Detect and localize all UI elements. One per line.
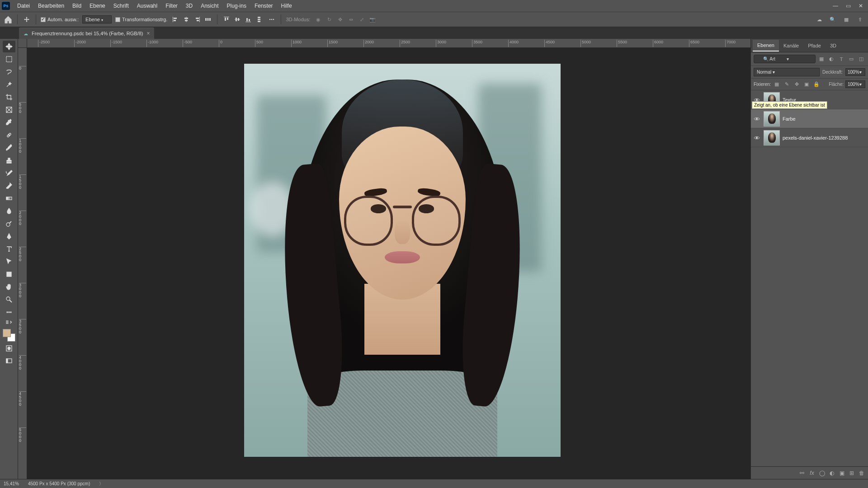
panel-tab-3d[interactable]: 3D: [826, 40, 841, 51]
lock-position-icon[interactable]: ✥: [793, 80, 801, 89]
shape-tool[interactable]: [3, 268, 15, 280]
blur-tool[interactable]: [3, 205, 15, 217]
canvas-area[interactable]: -2500-2000-1500-1000-5000500100015002000…: [18, 39, 750, 479]
arrange-docs-icon[interactable]: ▦: [842, 15, 851, 24]
panel-tab-pfade[interactable]: Pfade: [803, 40, 826, 51]
panel-tab-kanäle[interactable]: Kanäle: [779, 40, 803, 51]
menu-bearbeiten[interactable]: Bearbeiten: [34, 1, 68, 11]
align-right-icon[interactable]: [193, 15, 202, 24]
align-left-icon[interactable]: [171, 15, 180, 24]
zoom-level[interactable]: 15,41%: [4, 481, 19, 486]
share-icon[interactable]: ⇪: [855, 15, 864, 24]
move-tool[interactable]: [3, 41, 15, 52]
eraser-tool[interactable]: [3, 180, 15, 192]
fill-input[interactable]: 100%▾: [845, 80, 865, 88]
auto-select-checkbox[interactable]: Autom. ausw.:: [41, 17, 79, 23]
layer-search[interactable]: 🔍 Art ▾: [754, 55, 816, 63]
menu-ebene[interactable]: Ebene: [86, 1, 109, 11]
align-bottom-icon[interactable]: [244, 15, 253, 24]
status-chevron[interactable]: 〉: [99, 481, 104, 487]
opacity-input[interactable]: 100%▾: [845, 68, 865, 76]
more-tools-icon[interactable]: [3, 306, 15, 318]
maximize-button[interactable]: ▭: [843, 1, 854, 10]
menu-ansicht[interactable]: Ansicht: [197, 1, 222, 11]
ruler-horizontal[interactable]: -2500-2000-1500-1000-5000500100015002000…: [27, 39, 750, 48]
adjustment-layer-icon[interactable]: ◐: [828, 469, 835, 477]
cloud-docs-icon[interactable]: ☁: [815, 15, 824, 24]
marquee-tool[interactable]: [3, 53, 15, 65]
delete-layer-icon[interactable]: 🗑: [858, 469, 865, 477]
pen-tool[interactable]: [3, 230, 15, 242]
zoom-tool[interactable]: [3, 294, 15, 305]
close-button[interactable]: ✕: [855, 1, 866, 10]
quickmask-tool[interactable]: [3, 343, 15, 354]
document-canvas[interactable]: [244, 64, 561, 457]
menu-fenster[interactable]: Fenster: [251, 1, 277, 11]
hand-tool[interactable]: [3, 281, 15, 293]
wand-tool[interactable]: [3, 79, 15, 90]
transform-controls-checkbox[interactable]: Transformationsstrg.: [115, 17, 167, 23]
layer-mask-icon[interactable]: ◯: [818, 469, 826, 477]
menu-filter[interactable]: Filter: [162, 1, 181, 11]
healing-tool[interactable]: [3, 129, 15, 141]
type-tool[interactable]: [3, 243, 15, 255]
home-icon[interactable]: [4, 15, 13, 23]
fg-color[interactable]: [3, 329, 11, 337]
edit-toolbar-icon[interactable]: [3, 319, 15, 325]
new-layer-icon[interactable]: ⊞: [848, 469, 855, 477]
blend-mode-dropdown[interactable]: Normal ▾: [754, 68, 820, 76]
distribute-v-icon[interactable]: [255, 15, 264, 24]
align-top-icon[interactable]: [222, 15, 231, 24]
history-brush-tool[interactable]: [3, 167, 15, 179]
lock-artboard-icon[interactable]: ▣: [802, 80, 811, 89]
filter-pixel-icon[interactable]: ▦: [817, 55, 826, 63]
dodge-tool[interactable]: [3, 218, 15, 230]
frame-tool[interactable]: [3, 104, 15, 116]
menu-bild[interactable]: Bild: [69, 1, 85, 11]
menu-schrift[interactable]: Schrift: [110, 1, 132, 11]
filter-adjust-icon[interactable]: ◐: [827, 55, 835, 63]
screenmode-tool[interactable]: [3, 355, 15, 367]
align-middle-icon[interactable]: [233, 15, 242, 24]
ruler-vertical[interactable]: 0500100015002000250030003500400045005000: [18, 48, 27, 479]
close-tab-icon[interactable]: ×: [146, 30, 150, 37]
menu-datei[interactable]: Datei: [14, 1, 33, 11]
more-options-icon[interactable]: [267, 15, 276, 24]
visibility-toggle[interactable]: [753, 136, 761, 140]
gradient-tool[interactable]: [3, 192, 15, 204]
lasso-tool[interactable]: [3, 66, 15, 78]
filter-type-icon[interactable]: T: [837, 55, 845, 63]
lock-all-icon[interactable]: 🔒: [812, 80, 821, 89]
visibility-toggle[interactable]: [753, 117, 761, 121]
layer-name[interactable]: Farbe: [783, 116, 796, 122]
minimize-button[interactable]: —: [830, 1, 841, 10]
layer-fx-icon[interactable]: fx: [808, 469, 816, 477]
color-swatches[interactable]: [3, 329, 15, 342]
layer-row[interactable]: Farbe: [751, 109, 868, 128]
layer-group-icon[interactable]: ▣: [838, 469, 845, 477]
layer-thumbnail[interactable]: [764, 111, 780, 127]
ruler-origin[interactable]: [18, 39, 27, 48]
filter-shape-icon[interactable]: ▭: [847, 55, 855, 63]
stamp-tool[interactable]: [3, 155, 15, 166]
brush-tool[interactable]: [3, 142, 15, 154]
menu-3d[interactable]: 3D: [182, 1, 196, 11]
layer-name[interactable]: pexels-daniel-xavier-1239288: [783, 135, 848, 141]
align-center-h-icon[interactable]: [182, 15, 191, 24]
filter-smart-icon[interactable]: ◫: [857, 55, 865, 63]
eyedropper-tool[interactable]: [3, 117, 15, 128]
menu-auswahl[interactable]: Auswahl: [133, 1, 161, 11]
move-tool-icon[interactable]: [22, 15, 31, 24]
lock-pixels-icon[interactable]: ✎: [783, 80, 791, 89]
document-info[interactable]: 4500 Px x 5400 Px (300 ppcm): [28, 481, 90, 486]
menu-plug-ins[interactable]: Plug-ins: [223, 1, 250, 11]
crop-tool[interactable]: [3, 91, 15, 103]
layer-thumbnail[interactable]: [764, 130, 780, 145]
link-layers-icon[interactable]: ⚯: [798, 469, 806, 477]
search-icon[interactable]: 🔍: [828, 15, 837, 24]
distribute-h-icon[interactable]: [203, 15, 212, 24]
auto-select-dropdown[interactable]: Ebene ▾: [82, 15, 112, 23]
menu-hilfe[interactable]: Hilfe: [278, 1, 296, 11]
layer-row[interactable]: TexturZeigt an, ob eine Ebene sichtbar i…: [751, 90, 868, 109]
path-select-tool[interactable]: [3, 256, 15, 267]
